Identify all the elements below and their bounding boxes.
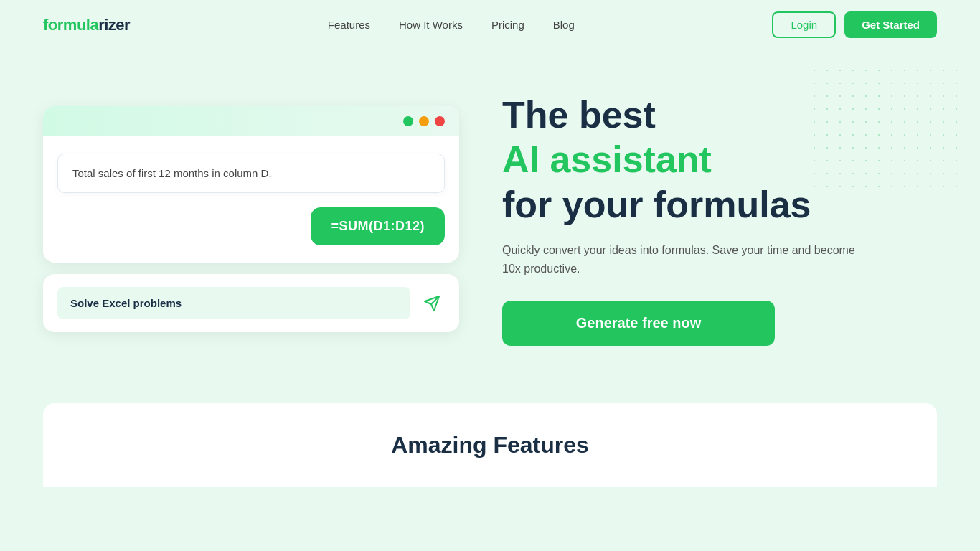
nav-how-it-works[interactable]: How It Works	[399, 19, 463, 31]
logo[interactable]: formularizer	[43, 16, 130, 34]
generate-free-button[interactable]: Generate free now	[502, 301, 775, 346]
nav-pricing[interactable]: Pricing	[491, 19, 524, 31]
search-prefix: Solve	[70, 297, 102, 309]
nav-blog[interactable]: Blog	[553, 19, 575, 31]
search-bold: Excel	[102, 297, 130, 309]
hero-title-ai: AI assistant	[502, 137, 937, 182]
hero-title: The best AI assistant for your formulas	[502, 93, 937, 227]
formula-bubble: =SUM(D1:D12)	[311, 207, 445, 245]
bottom-section: Amazing Features	[43, 403, 937, 487]
hero-section: Total sales of first 12 months in column…	[0, 50, 980, 375]
hero-description: Quickly convert your ideas into formulas…	[502, 241, 861, 278]
logo-formula: formula	[43, 16, 98, 34]
hero-content: The best AI assistant for your formulas …	[502, 93, 937, 346]
demo-area: Total sales of first 12 months in column…	[43, 106, 459, 332]
dot-red	[435, 116, 445, 126]
card-titlebar	[43, 106, 459, 136]
navbar: formularizer Features How It Works Prici…	[0, 0, 980, 50]
nav-links: Features How It Works Pricing Blog	[328, 19, 575, 32]
dot-green	[403, 116, 413, 126]
hero-title-line1: The best	[502, 93, 937, 137]
nav-features[interactable]: Features	[328, 19, 370, 31]
bottom-title: Amazing Features	[72, 432, 908, 458]
search-suffix: problems	[130, 297, 182, 309]
get-started-button[interactable]: Get Started	[844, 11, 937, 38]
hero-title-line2: for your formulas	[502, 182, 937, 227]
dot-yellow	[419, 116, 429, 126]
send-icon[interactable]	[419, 291, 445, 316]
login-button[interactable]: Login	[772, 11, 836, 38]
nav-actions: Login Get Started	[772, 11, 937, 38]
demo-search-input[interactable]: Solve Excel problems	[57, 287, 410, 319]
demo-input-text: Total sales of first 12 months in column…	[57, 154, 445, 193]
formula-result-area: =SUM(D1:D12)	[57, 207, 445, 245]
demo-card-bottom: Solve Excel problems	[43, 274, 459, 332]
demo-card-top: Total sales of first 12 months in column…	[43, 106, 459, 263]
logo-rizer: rizer	[98, 16, 130, 34]
